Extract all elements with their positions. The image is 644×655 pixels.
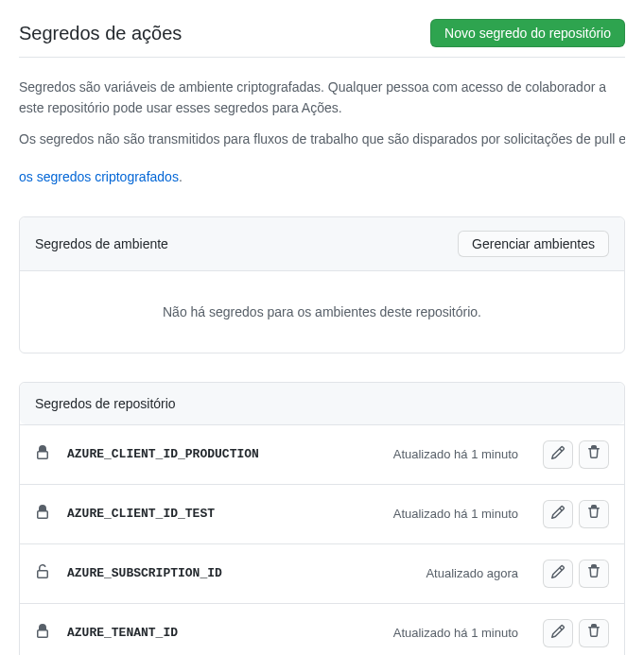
trash-icon (586, 564, 601, 582)
secret-row: AZURE_CLIENT_ID_TESTAtualizado há 1 minu… (20, 484, 624, 543)
delete-secret-button[interactable] (579, 619, 609, 647)
description-text-2: Os segredos não são transmitidos para fl… (19, 129, 625, 149)
env-empty-message: Não há segredos para os ambientes deste … (20, 271, 624, 353)
repo-panel-title: Segredos de repositório (35, 396, 176, 411)
edit-secret-button[interactable] (543, 500, 573, 528)
pencil-icon (550, 624, 566, 642)
lock-icon (35, 564, 50, 582)
trash-icon (586, 445, 601, 463)
new-secret-button[interactable]: Novo segredo do repositório (430, 19, 625, 47)
delete-secret-button[interactable] (579, 500, 609, 528)
delete-secret-button[interactable] (579, 440, 609, 469)
pencil-icon (550, 564, 566, 582)
secret-name: AZURE_TENANT_ID (67, 626, 393, 640)
environment-secrets-panel: Segredos de ambiente Gerenciar ambientes… (19, 216, 625, 353)
secret-updated: Atualizado há 1 minuto (393, 507, 518, 521)
secret-name: AZURE_CLIENT_ID_PRODUCTION (67, 447, 393, 461)
secret-row: AZURE_CLIENT_ID_PRODUCTIONAtualizado há … (20, 424, 624, 484)
page-title: Segredos de ações (19, 23, 182, 44)
encrypted-secrets-link[interactable]: os segredos criptografados (19, 169, 179, 184)
repository-secrets-panel: Segredos de repositório AZURE_CLIENT_ID_… (19, 382, 625, 655)
pencil-icon (550, 445, 566, 463)
edit-secret-button[interactable] (543, 619, 573, 647)
delete-secret-button[interactable] (579, 560, 609, 588)
edit-secret-button[interactable] (543, 560, 573, 588)
lock-icon (35, 505, 50, 523)
lock-icon (35, 624, 50, 642)
lock-icon (35, 445, 50, 463)
secret-updated: Atualizado há 1 minuto (393, 447, 518, 461)
secret-name: AZURE_SUBSCRIPTION_ID (67, 566, 426, 580)
edit-secret-button[interactable] (543, 440, 573, 469)
link-period: . (179, 169, 183, 184)
pencil-icon (550, 505, 566, 523)
secret-updated: Atualizado há 1 minuto (393, 626, 518, 640)
manage-environments-button[interactable]: Gerenciar ambientes (458, 231, 609, 257)
secret-name: AZURE_CLIENT_ID_TEST (67, 507, 393, 521)
secret-row: AZURE_SUBSCRIPTION_IDAtualizado agora (20, 543, 624, 603)
trash-icon (586, 624, 601, 642)
description-text-1: Segredos são variáveis de ambiente cript… (19, 77, 625, 119)
trash-icon (586, 505, 601, 523)
env-panel-title: Segredos de ambiente (35, 236, 168, 251)
secret-row: AZURE_TENANT_IDAtualizado há 1 minuto (20, 603, 624, 655)
secret-updated: Atualizado agora (426, 566, 518, 580)
